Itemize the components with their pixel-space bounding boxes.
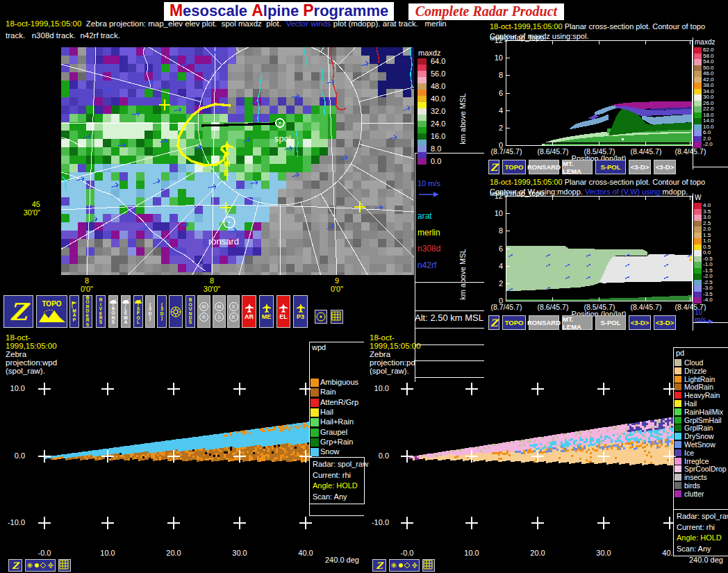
xs-y-tick: 6: [486, 89, 503, 97]
borders-overlay-button[interactable]: BORDERS: [83, 295, 92, 328]
circled-letter: S: [229, 302, 238, 311]
xs-scale-swatch: [694, 65, 702, 72]
ronsard-radar-button[interactable]: RONS: [108, 295, 118, 328]
radar-map[interactable]: spolronsardME: [61, 47, 414, 275]
xs-plot[interactable]: [506, 40, 693, 147]
timestamp: 18-oct-1999,15:05:00: [370, 333, 421, 350]
legend-swatch-DrySnow: [675, 433, 681, 440]
map-colorbar-swatch: [417, 158, 427, 165]
xs-toolbar--3-d-[interactable]: <3-D>: [629, 315, 651, 330]
legend-label: SprCoolDrop: [684, 465, 727, 473]
radar-info-line: Angle: HOLD: [313, 481, 358, 490]
sr-toggle-button[interactable]: SR: [227, 295, 240, 328]
z-logo: Z: [12, 560, 19, 571]
legend-swatch-Graupel: [311, 429, 319, 437]
xs-toolbar--3-d-[interactable]: <3-D>: [629, 160, 651, 174]
rhi-x-tick: 20.0: [524, 549, 552, 557]
grid-3d-button-1[interactable]: (3D): [145, 295, 155, 328]
legend-label: GrplRain: [684, 424, 713, 432]
track-label-arat: arat: [417, 211, 432, 221]
xs-toolbar--3-d-[interactable]: <3-D>: [654, 315, 676, 330]
hydrometeor-symbols-button[interactable]: [389, 559, 420, 572]
button-letter: ): [161, 316, 163, 320]
map-colorbar-swatch: [417, 146, 427, 152]
legend-label: IrregIce: [684, 457, 709, 465]
xs-y-tick: 2: [486, 124, 503, 132]
azimuth-wheel-button[interactable]: [169, 295, 183, 328]
title-initial: P: [303, 1, 313, 19]
zebra-menu-button[interactable]: Z: [3, 295, 33, 328]
zebra-radar-workstation: Mesoscale Alpine Programme Complete Rada…: [0, 0, 728, 573]
spol-radar-button[interactable]: SPOL: [133, 295, 143, 328]
timestamp: 18-oct-1999,15:05:00: [490, 178, 565, 186]
target-button[interactable]: [315, 310, 327, 324]
xs-toolbar-ronsard[interactable]: RONSARD: [529, 315, 559, 330]
legend-label: birds: [684, 481, 700, 490]
xs-scale-swatch: [694, 250, 702, 256]
legend-label: HeavyRain: [684, 391, 720, 399]
legend-label: Hail: [684, 399, 697, 408]
xs-y-tick: 12: [486, 192, 503, 200]
grid-3d-button-2[interactable]: (3D): [157, 295, 167, 328]
map-colorbar-swatch: [417, 152, 427, 158]
ms-toggle-button[interactable]: MS: [213, 295, 226, 328]
xs-toolbar-topo[interactable]: TOPO: [502, 315, 526, 330]
aircraft-p3-button[interactable]: P3: [293, 295, 308, 328]
aircraft-electra-button[interactable]: EL: [276, 295, 290, 328]
xs-toolbar-mt-lema[interactable]: MT. LEMA: [562, 315, 593, 330]
aircraft-arat-button[interactable]: AR: [242, 295, 256, 328]
radar-info-line: Current: rhi: [677, 523, 715, 531]
xs-scale-swatch: [694, 285, 702, 292]
legend-label: Snow: [320, 447, 340, 456]
xs-toolbar-s-pol[interactable]: S-POL: [595, 315, 626, 330]
xs-scale-swatch: [694, 292, 702, 298]
zebra-menu-button[interactable]: Z: [372, 559, 386, 572]
legend-swatch-GrplSmHail: [675, 417, 681, 424]
legend-swatch-AttenR/Grp: [311, 399, 319, 407]
hydrometeor-symbols-icon: [26, 561, 54, 570]
radar-info-box: Radar: spol_rawCurrent: rhiAngle: HOLDSc…: [673, 509, 728, 556]
title-bar: Mesoscale Alpine Programme Complete Rada…: [0, 1, 728, 20]
radar-dish-icon: [108, 299, 118, 307]
button-letter: L: [137, 320, 140, 324]
legend-swatch-RainHailMix: [675, 408, 681, 415]
zebra-menu-button[interactable]: Z: [8, 559, 22, 572]
xs-toolbar-mt-lema[interactable]: MT. LEMA: [562, 160, 593, 174]
xs-toolbar-z[interactable]: Z: [488, 160, 499, 174]
xs-toolbar-ronsard[interactable]: RONSARD: [529, 160, 559, 174]
xs-description: mdopp.: [662, 188, 688, 196]
xs-toolbar-z[interactable]: Z: [488, 315, 499, 330]
topo-overlay-button[interactable]: TOPO: [36, 295, 67, 328]
bounds-overlay-button[interactable]: BOUNDS: [185, 295, 195, 328]
button-label: TOPO: [42, 300, 61, 308]
rivers-overlay-button[interactable]: RIVERS: [96, 295, 106, 328]
circled-letter: R: [229, 313, 238, 322]
xs-toolbar--3-d-[interactable]: <3-D>: [654, 160, 676, 174]
radar-info-line: Radar: spol_raw: [313, 460, 368, 468]
grid-button[interactable]: [58, 559, 71, 572]
xs-scale-swatch: [694, 106, 702, 113]
map-colorbar-label: 16.0: [431, 132, 445, 140]
grid-button[interactable]: [422, 559, 435, 572]
z-logo: Z: [10, 298, 27, 326]
grid-button[interactable]: [331, 310, 343, 324]
radar-info-line: Current: rhi: [313, 471, 351, 479]
xs-scale-swatch: [694, 83, 702, 89]
mr-toggle-button[interactable]: MR: [197, 295, 210, 328]
xs-toolbar-s-pol[interactable]: S-POL: [595, 160, 626, 174]
map-overlay-button[interactable]: MAP: [69, 295, 79, 328]
xs-scale-swatch: [694, 118, 702, 124]
xs-y-tick: 8: [486, 226, 503, 235]
xs-toolbar-topo[interactable]: TOPO: [502, 160, 526, 174]
xs-plot[interactable]: [506, 196, 693, 302]
rhi-y-tick: 0.0: [365, 451, 389, 460]
map-colorbar-label: 0.0: [431, 157, 441, 165]
legend-label: AttenR/Grp: [320, 398, 358, 406]
aircraft-merlin-button[interactable]: ME: [259, 295, 274, 328]
lema-radar-button[interactable]: LEMA: [121, 295, 131, 328]
track-label-merlin: merlin: [417, 228, 440, 238]
map-colorbar-label: 8.0: [431, 144, 441, 153]
hydrometeor-symbols-button[interactable]: [25, 559, 56, 572]
rhi-x-tick: 30.0: [226, 549, 254, 557]
rhi-y-tick: -10.0: [365, 518, 389, 526]
